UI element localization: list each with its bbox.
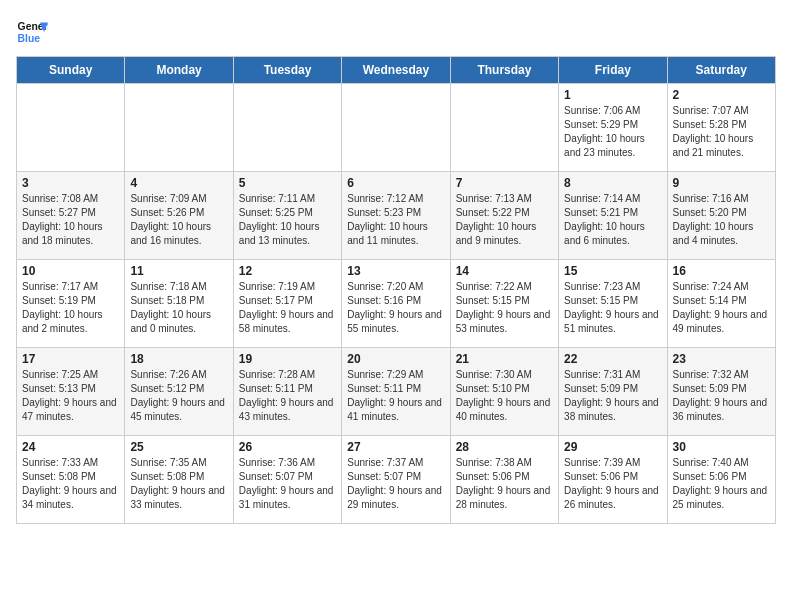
calendar-cell: 17Sunrise: 7:25 AM Sunset: 5:13 PM Dayli…	[17, 348, 125, 436]
day-info: Sunrise: 7:09 AM Sunset: 5:26 PM Dayligh…	[130, 192, 227, 248]
svg-text:Blue: Blue	[18, 33, 41, 44]
day-number: 8	[564, 176, 661, 190]
day-header-sunday: Sunday	[17, 57, 125, 84]
calendar-cell: 25Sunrise: 7:35 AM Sunset: 5:08 PM Dayli…	[125, 436, 233, 524]
day-info: Sunrise: 7:30 AM Sunset: 5:10 PM Dayligh…	[456, 368, 553, 424]
day-number: 23	[673, 352, 770, 366]
calendar-cell: 4Sunrise: 7:09 AM Sunset: 5:26 PM Daylig…	[125, 172, 233, 260]
calendar-cell: 29Sunrise: 7:39 AM Sunset: 5:06 PM Dayli…	[559, 436, 667, 524]
day-number: 16	[673, 264, 770, 278]
day-info: Sunrise: 7:38 AM Sunset: 5:06 PM Dayligh…	[456, 456, 553, 512]
day-info: Sunrise: 7:36 AM Sunset: 5:07 PM Dayligh…	[239, 456, 336, 512]
day-info: Sunrise: 7:39 AM Sunset: 5:06 PM Dayligh…	[564, 456, 661, 512]
day-info: Sunrise: 7:17 AM Sunset: 5:19 PM Dayligh…	[22, 280, 119, 336]
calendar-cell: 24Sunrise: 7:33 AM Sunset: 5:08 PM Dayli…	[17, 436, 125, 524]
calendar-cell: 7Sunrise: 7:13 AM Sunset: 5:22 PM Daylig…	[450, 172, 558, 260]
calendar-cell: 23Sunrise: 7:32 AM Sunset: 5:09 PM Dayli…	[667, 348, 775, 436]
day-number: 30	[673, 440, 770, 454]
day-number: 19	[239, 352, 336, 366]
day-info: Sunrise: 7:06 AM Sunset: 5:29 PM Dayligh…	[564, 104, 661, 160]
day-number: 15	[564, 264, 661, 278]
day-number: 4	[130, 176, 227, 190]
calendar-cell: 18Sunrise: 7:26 AM Sunset: 5:12 PM Dayli…	[125, 348, 233, 436]
day-number: 21	[456, 352, 553, 366]
day-header-tuesday: Tuesday	[233, 57, 341, 84]
calendar-week-row: 3Sunrise: 7:08 AM Sunset: 5:27 PM Daylig…	[17, 172, 776, 260]
day-number: 25	[130, 440, 227, 454]
day-info: Sunrise: 7:11 AM Sunset: 5:25 PM Dayligh…	[239, 192, 336, 248]
day-number: 20	[347, 352, 444, 366]
day-number: 6	[347, 176, 444, 190]
day-number: 5	[239, 176, 336, 190]
day-number: 9	[673, 176, 770, 190]
day-info: Sunrise: 7:25 AM Sunset: 5:13 PM Dayligh…	[22, 368, 119, 424]
calendar-cell: 26Sunrise: 7:36 AM Sunset: 5:07 PM Dayli…	[233, 436, 341, 524]
day-info: Sunrise: 7:08 AM Sunset: 5:27 PM Dayligh…	[22, 192, 119, 248]
day-number: 13	[347, 264, 444, 278]
day-header-friday: Friday	[559, 57, 667, 84]
day-number: 29	[564, 440, 661, 454]
calendar-week-row: 17Sunrise: 7:25 AM Sunset: 5:13 PM Dayli…	[17, 348, 776, 436]
day-info: Sunrise: 7:28 AM Sunset: 5:11 PM Dayligh…	[239, 368, 336, 424]
day-number: 18	[130, 352, 227, 366]
day-number: 27	[347, 440, 444, 454]
day-info: Sunrise: 7:29 AM Sunset: 5:11 PM Dayligh…	[347, 368, 444, 424]
calendar-cell: 22Sunrise: 7:31 AM Sunset: 5:09 PM Dayli…	[559, 348, 667, 436]
calendar-cell: 12Sunrise: 7:19 AM Sunset: 5:17 PM Dayli…	[233, 260, 341, 348]
calendar-table: SundayMondayTuesdayWednesdayThursdayFrid…	[16, 56, 776, 524]
day-number: 12	[239, 264, 336, 278]
calendar-cell: 10Sunrise: 7:17 AM Sunset: 5:19 PM Dayli…	[17, 260, 125, 348]
calendar-cell: 3Sunrise: 7:08 AM Sunset: 5:27 PM Daylig…	[17, 172, 125, 260]
day-info: Sunrise: 7:23 AM Sunset: 5:15 PM Dayligh…	[564, 280, 661, 336]
day-info: Sunrise: 7:40 AM Sunset: 5:06 PM Dayligh…	[673, 456, 770, 512]
day-number: 3	[22, 176, 119, 190]
calendar-header-row: SundayMondayTuesdayWednesdayThursdayFrid…	[17, 57, 776, 84]
day-info: Sunrise: 7:16 AM Sunset: 5:20 PM Dayligh…	[673, 192, 770, 248]
calendar-cell	[342, 84, 450, 172]
day-number: 26	[239, 440, 336, 454]
day-info: Sunrise: 7:35 AM Sunset: 5:08 PM Dayligh…	[130, 456, 227, 512]
day-number: 11	[130, 264, 227, 278]
calendar-cell	[17, 84, 125, 172]
calendar-cell: 1Sunrise: 7:06 AM Sunset: 5:29 PM Daylig…	[559, 84, 667, 172]
calendar-cell: 19Sunrise: 7:28 AM Sunset: 5:11 PM Dayli…	[233, 348, 341, 436]
day-number: 14	[456, 264, 553, 278]
day-info: Sunrise: 7:24 AM Sunset: 5:14 PM Dayligh…	[673, 280, 770, 336]
calendar-cell: 5Sunrise: 7:11 AM Sunset: 5:25 PM Daylig…	[233, 172, 341, 260]
calendar-cell: 28Sunrise: 7:38 AM Sunset: 5:06 PM Dayli…	[450, 436, 558, 524]
day-info: Sunrise: 7:07 AM Sunset: 5:28 PM Dayligh…	[673, 104, 770, 160]
calendar-cell	[125, 84, 233, 172]
day-info: Sunrise: 7:20 AM Sunset: 5:16 PM Dayligh…	[347, 280, 444, 336]
day-header-thursday: Thursday	[450, 57, 558, 84]
calendar-week-row: 10Sunrise: 7:17 AM Sunset: 5:19 PM Dayli…	[17, 260, 776, 348]
day-header-monday: Monday	[125, 57, 233, 84]
day-info: Sunrise: 7:18 AM Sunset: 5:18 PM Dayligh…	[130, 280, 227, 336]
day-number: 22	[564, 352, 661, 366]
calendar-cell: 30Sunrise: 7:40 AM Sunset: 5:06 PM Dayli…	[667, 436, 775, 524]
day-info: Sunrise: 7:22 AM Sunset: 5:15 PM Dayligh…	[456, 280, 553, 336]
day-number: 7	[456, 176, 553, 190]
logo-icon: General Blue	[16, 16, 48, 48]
day-number: 1	[564, 88, 661, 102]
calendar-cell: 16Sunrise: 7:24 AM Sunset: 5:14 PM Dayli…	[667, 260, 775, 348]
day-info: Sunrise: 7:12 AM Sunset: 5:23 PM Dayligh…	[347, 192, 444, 248]
calendar-week-row: 24Sunrise: 7:33 AM Sunset: 5:08 PM Dayli…	[17, 436, 776, 524]
calendar-cell: 15Sunrise: 7:23 AM Sunset: 5:15 PM Dayli…	[559, 260, 667, 348]
day-info: Sunrise: 7:37 AM Sunset: 5:07 PM Dayligh…	[347, 456, 444, 512]
page-header: General Blue	[16, 16, 776, 48]
calendar-cell: 20Sunrise: 7:29 AM Sunset: 5:11 PM Dayli…	[342, 348, 450, 436]
calendar-cell: 14Sunrise: 7:22 AM Sunset: 5:15 PM Dayli…	[450, 260, 558, 348]
day-info: Sunrise: 7:14 AM Sunset: 5:21 PM Dayligh…	[564, 192, 661, 248]
day-number: 2	[673, 88, 770, 102]
day-number: 28	[456, 440, 553, 454]
day-number: 10	[22, 264, 119, 278]
day-number: 17	[22, 352, 119, 366]
calendar-cell: 13Sunrise: 7:20 AM Sunset: 5:16 PM Dayli…	[342, 260, 450, 348]
day-info: Sunrise: 7:26 AM Sunset: 5:12 PM Dayligh…	[130, 368, 227, 424]
calendar-week-row: 1Sunrise: 7:06 AM Sunset: 5:29 PM Daylig…	[17, 84, 776, 172]
day-info: Sunrise: 7:13 AM Sunset: 5:22 PM Dayligh…	[456, 192, 553, 248]
calendar-cell: 21Sunrise: 7:30 AM Sunset: 5:10 PM Dayli…	[450, 348, 558, 436]
calendar-cell: 11Sunrise: 7:18 AM Sunset: 5:18 PM Dayli…	[125, 260, 233, 348]
logo: General Blue	[16, 16, 48, 48]
calendar-cell: 6Sunrise: 7:12 AM Sunset: 5:23 PM Daylig…	[342, 172, 450, 260]
